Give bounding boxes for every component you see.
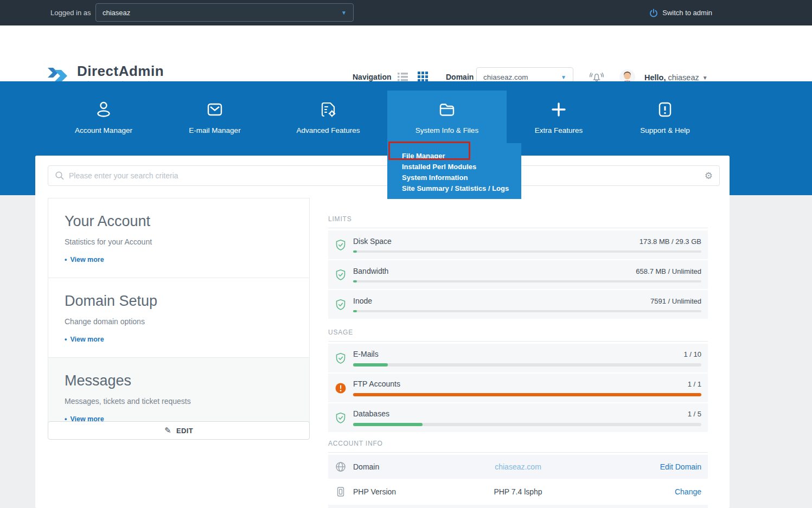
usage-value: 1 / 5 — [688, 410, 701, 418]
card-title: Domain Setup — [65, 293, 293, 310]
domain-link[interactable]: chiaseaz.com — [495, 462, 541, 471]
bullet-icon: • — [65, 336, 67, 343]
limit-row-disk-space: Disk Space 173.8 MB / 29.3 GB — [328, 230, 708, 259]
limit-label: Disk Space — [353, 237, 392, 246]
user-menu[interactable]: Hello, chiaseaz ▼ — [644, 73, 708, 82]
limit-row-bandwidth: Bandwidth 658.7 MB / Unlimited — [328, 260, 708, 289]
view-more-link[interactable]: •View more — [65, 256, 293, 278]
usage-label: E-Mails — [353, 350, 379, 358]
system-info-files-dropdown: File Manager Installed Perl Modules Syst… — [387, 143, 521, 199]
usage-row-databases: Databases 1 / 5 — [328, 403, 708, 432]
progress-track — [353, 423, 701, 426]
chevron-down-icon: ▼ — [561, 74, 566, 80]
card-subtitle: Change domain options — [65, 317, 293, 326]
shield-check-icon — [335, 269, 347, 281]
dropdown-item-installed-perl-modules[interactable]: Installed Perl Modules — [402, 162, 521, 172]
nav-tile-advanced-features[interactable]: Advanced Features — [268, 91, 388, 143]
limits-section-title: LIMITS — [328, 208, 708, 228]
limit-value: 173.8 MB / 29.3 GB — [640, 237, 701, 246]
exclamation-icon — [655, 99, 675, 120]
php-version-value: PHP 7.4 lsphp — [494, 487, 542, 496]
folder-icon — [437, 99, 457, 120]
dropdown-item-system-information[interactable]: System Information — [402, 172, 521, 183]
brand-name: DirectAdmin — [77, 64, 164, 78]
progress-fill — [353, 393, 701, 396]
search-settings-gear-icon[interactable]: ⚙ — [705, 171, 713, 181]
progress-fill — [353, 310, 357, 312]
nav-tile-email-manager[interactable]: E-mail Manager — [155, 91, 274, 143]
list-view-icon[interactable] — [398, 73, 408, 81]
limit-label: Bandwidth — [353, 267, 388, 275]
usage-row-emails: E-Mails 1 / 10 — [328, 344, 708, 372]
progress-fill — [353, 280, 357, 282]
plus-icon — [548, 99, 569, 120]
search-input[interactable] — [69, 171, 700, 180]
account-info-rows: Domain chiaseaz.com Edit Domain PHP Vers… — [328, 455, 708, 508]
search-bar: ⚙ — [48, 165, 720, 186]
progress-track — [353, 250, 701, 253]
limit-row-inode: Inode 7591 / Unlimited — [328, 290, 708, 319]
power-icon — [649, 9, 658, 17]
view-more-link[interactable]: •View more — [65, 336, 293, 357]
alert-circle-icon — [335, 382, 347, 394]
nav-tile-support-help[interactable]: Support & Help — [605, 91, 725, 143]
bullet-icon: • — [65, 256, 67, 263]
your-account-card[interactable]: Your Account Statistics for your Account… — [48, 198, 309, 278]
shield-check-icon — [335, 412, 347, 424]
greeting-prefix: Hello, — [644, 73, 666, 82]
nav-tile-extra-features[interactable]: Extra Features — [499, 91, 618, 143]
account-info-label: PHP Version — [353, 487, 396, 496]
chip-icon — [335, 486, 347, 498]
limit-label: Inode — [353, 297, 372, 305]
nav-tile-label: System Info & Files — [415, 126, 478, 134]
change-php-link[interactable]: Change — [675, 487, 701, 496]
impersonated-user-value: chiaseaz — [103, 9, 130, 17]
card-title: Messages — [65, 372, 293, 389]
dropdown-item-site-summary-statistics-logs[interactable]: Site Summary / Statistics / Logs — [402, 183, 521, 194]
greeting-username: chiaseaz — [668, 73, 699, 82]
envelope-icon — [204, 99, 225, 120]
impersonated-user-select[interactable]: chiaseaz ▼ — [95, 3, 354, 22]
nav-tile-label: Support & Help — [640, 126, 690, 134]
logged-in-as-label: Logged in as — [50, 0, 91, 25]
account-info-section-title: ACCOUNT INFO — [328, 433, 708, 453]
shortcut-cards-column: Your Account Statistics for your Account… — [48, 198, 310, 438]
progress-fill — [353, 363, 388, 366]
usage-section-title: USAGE — [328, 320, 708, 342]
document-gear-icon — [318, 99, 338, 120]
nav-tile-label: Account Manager — [75, 126, 132, 134]
directadmin-dashboard: Logged in as chiaseaz ▼ Switch to admin … — [0, 0, 812, 508]
switch-to-admin-label: Switch to admin — [662, 9, 712, 17]
grid-view-icon[interactable] — [418, 72, 428, 82]
shield-check-icon — [335, 239, 347, 251]
switch-to-admin-button[interactable]: Switch to admin — [649, 0, 712, 25]
usage-rows: E-Mails 1 / 10 FTP Accounts 1 / 1 — [328, 344, 708, 432]
chevron-down-icon: ▼ — [702, 75, 708, 81]
limit-value: 658.7 MB / Unlimited — [636, 267, 701, 275]
shield-check-icon — [335, 299, 347, 311]
user-icon — [93, 99, 114, 120]
usage-value: 1 / 1 — [688, 380, 701, 388]
search-icon — [55, 171, 65, 181]
progress-track — [353, 280, 701, 282]
nav-tile-system-info-files[interactable]: System Info & Files — [387, 91, 507, 143]
edit-button[interactable]: ✎ EDIT — [48, 421, 310, 440]
card-subtitle: Messages, tickets and ticket requests — [65, 397, 293, 406]
domain-setup-card[interactable]: Domain Setup Change domain options •View… — [48, 278, 309, 358]
domain-select-value: chiaseaz.com — [483, 73, 528, 81]
dropdown-item-file-manager[interactable]: File Manager — [402, 151, 521, 162]
usage-row-ftp-accounts: FTP Accounts 1 / 1 — [328, 374, 708, 402]
nav-tile-label: E-mail Manager — [189, 126, 240, 134]
navigation-label: Navigation — [353, 73, 392, 81]
topbar: Logged in as chiaseaz ▼ Switch to admin — [0, 0, 812, 25]
nav-tile-account-manager[interactable]: Account Manager — [44, 91, 163, 143]
edit-button-label: EDIT — [176, 427, 193, 435]
progress-track — [353, 363, 701, 366]
account-info-row-partial — [328, 505, 708, 508]
progress-track — [353, 310, 701, 312]
nav-tile-label: Extra Features — [535, 126, 583, 134]
edit-domain-link[interactable]: Edit Domain — [660, 462, 701, 471]
stats-column: LIMITS Disk Space 173.8 MB / 29.3 GB — [328, 208, 708, 508]
content-card: ⚙ Your Account Statistics for your Accou… — [35, 156, 730, 508]
domain-label: Domain — [446, 73, 474, 81]
